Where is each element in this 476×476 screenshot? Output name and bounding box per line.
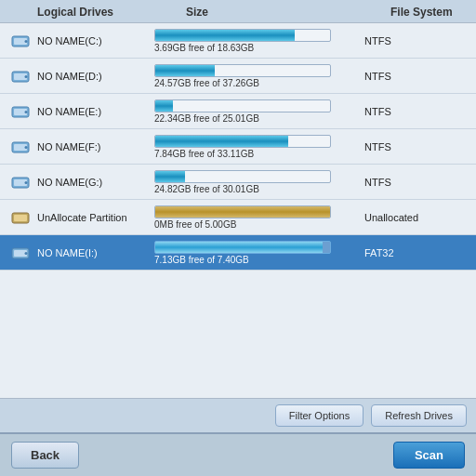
table-header: Logical Drives Size File System xyxy=(0,0,476,23)
drive-bar-cell: 3.69GB free of 18.63GB xyxy=(154,29,359,53)
back-button[interactable]: Back xyxy=(11,442,79,469)
drive-bar-cell: 22.34GB free of 25.01GB xyxy=(154,99,359,124)
drive-filesystem: NTFS xyxy=(359,35,467,46)
drive-icon xyxy=(9,209,32,226)
drive-bar-cell: 24.57GB free of 37.26GB xyxy=(154,64,359,88)
drive-bar-fill xyxy=(155,171,185,182)
drive-bar-container xyxy=(154,135,331,148)
drive-name: NO NAME(I:) xyxy=(37,247,154,258)
drive-size-label: 0MB free of 5.00GB xyxy=(154,219,359,230)
svg-rect-16 xyxy=(14,215,27,221)
drive-bar-fill xyxy=(155,136,288,147)
drive-bar-fill xyxy=(155,30,295,41)
drive-name: UnAllocate Partition xyxy=(37,212,154,223)
svg-point-19 xyxy=(25,252,28,255)
drive-bar-cell: 7.84GB free of 33.11GB xyxy=(154,135,359,159)
table-row[interactable]: UnAllocate Partition0MB free of 5.00GBUn… xyxy=(0,200,476,235)
drive-filesystem: Unallocated xyxy=(359,212,467,223)
drives-table: NO NAME(C:)3.69GB free of 18.63GBNTFS NO… xyxy=(0,23,476,398)
drive-filesystem: NTFS xyxy=(359,71,467,82)
drive-bar-fill xyxy=(155,65,215,76)
col-header-fs: File System xyxy=(390,6,467,19)
drive-size-label: 24.57GB free of 37.26GB xyxy=(154,78,359,88)
drive-bar-fill xyxy=(155,242,323,253)
col-header-logical: Logical Drives xyxy=(37,6,186,19)
filter-options-button[interactable]: Filter Options xyxy=(275,404,364,427)
drive-bar-cell: 7.13GB free of 7.40GB xyxy=(154,241,359,265)
drive-bar-cell: 0MB free of 5.00GB xyxy=(154,205,359,230)
table-row[interactable]: NO NAME(D:)24.57GB free of 37.26GBNTFS xyxy=(0,59,476,94)
drive-bar-fill xyxy=(155,100,173,112)
svg-point-11 xyxy=(25,146,28,149)
drive-icon xyxy=(9,139,32,155)
table-row[interactable]: NO NAME(F:)7.84GB free of 33.11GBNTFS xyxy=(0,129,476,165)
drive-size-label: 22.34GB free of 25.01GB xyxy=(154,113,359,124)
table-row[interactable]: NO NAME(E:)22.34GB free of 25.01GBNTFS xyxy=(0,94,476,129)
drive-name: NO NAME(D:) xyxy=(37,71,154,82)
drive-icon xyxy=(9,245,32,261)
drive-name: NO NAME(F:) xyxy=(37,141,154,152)
drive-name: NO NAME(C:) xyxy=(37,35,154,46)
drive-size-label: 7.84GB free of 33.11GB xyxy=(154,149,359,159)
drive-icon xyxy=(9,103,32,120)
drive-icon xyxy=(9,68,32,85)
drive-bar-container xyxy=(154,99,331,112)
svg-point-14 xyxy=(25,181,28,184)
drive-bar-cell: 24.82GB free of 30.01GB xyxy=(154,170,359,194)
drive-filesystem: FAT32 xyxy=(359,247,467,258)
drive-size-label: 7.13GB free of 7.40GB xyxy=(154,255,359,265)
drive-icon xyxy=(9,174,32,191)
table-row[interactable]: NO NAME(G:)24.82GB free of 30.01GBNTFS xyxy=(0,165,476,200)
footer: Back Scan xyxy=(0,432,476,476)
svg-point-8 xyxy=(25,111,28,113)
drive-filesystem: NTFS xyxy=(359,141,467,152)
scan-button[interactable]: Scan xyxy=(393,442,465,469)
svg-point-2 xyxy=(25,40,28,43)
drive-bar-container xyxy=(154,29,331,42)
drive-size-label: 3.69GB free of 18.63GB xyxy=(154,43,359,53)
col-header-size: Size xyxy=(186,6,390,19)
drive-filesystem: NTFS xyxy=(359,177,467,188)
drive-filesystem: NTFS xyxy=(359,106,467,117)
drive-bar-container xyxy=(154,170,331,183)
drive-size-label: 24.82GB free of 30.01GB xyxy=(154,184,359,194)
drive-bar-fill xyxy=(155,206,330,218)
drive-name: NO NAME(G:) xyxy=(37,177,154,188)
drive-bar-container xyxy=(154,205,331,218)
table-row[interactable]: NO NAME(C:)3.69GB free of 18.63GBNTFS xyxy=(0,23,476,59)
drive-icon xyxy=(9,33,32,49)
refresh-drives-button[interactable]: Refresh Drives xyxy=(371,404,467,427)
toolbar: Filter Options Refresh Drives xyxy=(0,398,476,432)
drive-bar-container xyxy=(154,64,331,77)
drive-name: NO NAME(E:) xyxy=(37,106,154,117)
table-row[interactable]: NO NAME(I:)7.13GB free of 7.40GBFAT32 xyxy=(0,235,476,271)
drive-bar-container xyxy=(154,241,331,254)
svg-point-5 xyxy=(25,75,28,78)
